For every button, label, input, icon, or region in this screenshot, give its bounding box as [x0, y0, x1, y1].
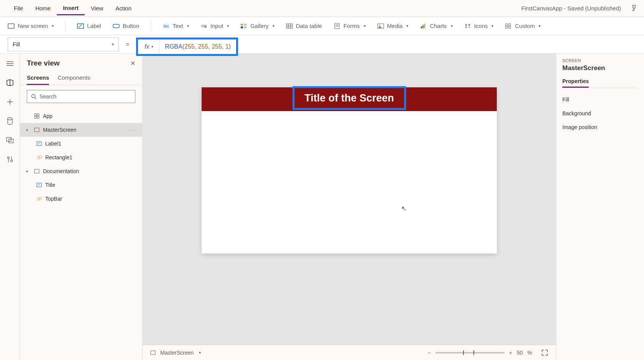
- fit-to-window-icon[interactable]: [541, 349, 548, 356]
- svg-point-43: [10, 160, 12, 162]
- chevron-down-icon[interactable]: ▾: [26, 169, 31, 173]
- menu-insert[interactable]: Insert: [57, 2, 85, 15]
- tree-view-icon[interactable]: [5, 78, 15, 87]
- icons-icon: [464, 23, 471, 29]
- tree-label: Rectangle1: [45, 154, 72, 160]
- svg-text:Abc: Abc: [164, 25, 169, 28]
- zoom-in-button[interactable]: +: [509, 350, 512, 356]
- panel-kind: SCREEN: [562, 58, 638, 63]
- label-button[interactable]: Label: [77, 23, 101, 29]
- tree-node-app[interactable]: App: [20, 109, 142, 123]
- property-row-fill[interactable]: Fill: [562, 93, 638, 106]
- media-button[interactable]: Media ▾: [377, 23, 409, 29]
- chevron-down-icon[interactable]: ▾: [199, 350, 201, 355]
- property-row-image-position[interactable]: Image position: [562, 120, 638, 134]
- forms-icon: [334, 23, 340, 29]
- insert-plus-icon[interactable]: [5, 97, 15, 106]
- screen-preview[interactable]: Title of the Screen: [202, 87, 497, 254]
- search-icon: [31, 94, 36, 99]
- chevron-down-icon: ▾: [187, 24, 189, 28]
- svg-point-28: [468, 26, 470, 28]
- formula-extend[interactable]: [243, 38, 636, 51]
- svg-rect-8: [241, 24, 243, 26]
- svg-rect-11: [244, 26, 247, 28]
- tree-node-masterscreen[interactable]: ▾ MasterScreen ···: [20, 123, 142, 137]
- label-icon: [77, 23, 84, 29]
- property-row-background[interactable]: Background: [562, 106, 638, 120]
- chevron-down-icon[interactable]: ▾: [26, 128, 31, 132]
- close-icon[interactable]: ✕: [130, 60, 135, 67]
- property-selector[interactable]: Fill ▾: [8, 38, 119, 51]
- svg-point-26: [468, 24, 470, 26]
- tab-screens[interactable]: Screens: [27, 71, 49, 85]
- custom-button[interactable]: Custom ▾: [505, 23, 540, 29]
- tab-properties[interactable]: Properties: [562, 76, 589, 88]
- svg-rect-10: [241, 26, 243, 28]
- charts-button[interactable]: Charts ▾: [420, 23, 452, 29]
- fx-button[interactable]: fx▾: [138, 39, 159, 54]
- tree-node-rectangle1[interactable]: Rectangle1: [20, 151, 142, 164]
- svg-rect-55: [34, 169, 39, 173]
- menu-view[interactable]: View: [85, 2, 109, 15]
- svg-rect-32: [509, 26, 511, 28]
- tree-node-documentation[interactable]: ▾ Documentation: [20, 164, 142, 178]
- svg-point-27: [465, 26, 467, 28]
- tree-node-title[interactable]: Title: [20, 178, 142, 192]
- tree-node-label1[interactable]: Label1: [20, 137, 142, 151]
- hamburger-icon[interactable]: [5, 59, 15, 68]
- more-icon[interactable]: ···: [129, 127, 136, 133]
- menu-file[interactable]: File: [8, 2, 29, 15]
- svg-rect-2: [113, 24, 119, 28]
- app-title: FirstCanvasApp - Saved (Unpublished): [521, 5, 621, 11]
- new-screen-button[interactable]: New screen ▾: [8, 23, 54, 29]
- svg-point-25: [465, 24, 467, 26]
- breadcrumb[interactable]: MasterScreen: [160, 350, 194, 356]
- tree-node-topbar[interactable]: TopBar: [20, 192, 142, 206]
- data-table-btn-text: Data table: [296, 23, 322, 29]
- svg-rect-48: [37, 114, 39, 116]
- chevron-down-icon: ▾: [491, 24, 493, 28]
- text-btn-text: Text: [172, 23, 183, 29]
- forms-button[interactable]: Forms ▾: [334, 23, 366, 29]
- menu-home[interactable]: Home: [29, 2, 57, 15]
- media-rail-icon[interactable]: [5, 136, 15, 145]
- svg-rect-23: [422, 25, 424, 28]
- svg-rect-47: [34, 114, 36, 116]
- button-icon: [113, 23, 120, 29]
- zoom-out-button[interactable]: −: [428, 350, 431, 356]
- shape-node-icon: [36, 154, 42, 160]
- gallery-button[interactable]: Gallery ▾: [240, 23, 274, 29]
- canvas-footer: MasterScreen ▾ − + 50 %: [143, 345, 556, 360]
- tree-search-input[interactable]: Search: [27, 90, 135, 103]
- app-checker-icon[interactable]: [630, 4, 638, 12]
- tools-icon[interactable]: [5, 155, 15, 164]
- input-button[interactable]: Input ▾: [200, 23, 229, 29]
- button-button[interactable]: Button: [113, 23, 139, 29]
- charts-btn-text: Charts: [430, 23, 447, 29]
- data-icon[interactable]: [5, 116, 15, 126]
- screen-icon: [8, 23, 15, 29]
- svg-line-46: [35, 98, 36, 99]
- svg-point-21: [379, 25, 380, 26]
- svg-rect-9: [244, 24, 247, 26]
- canvas-stage[interactable]: Title of the Screen: [143, 54, 556, 345]
- text-icon: Abc: [163, 23, 169, 29]
- ribbon-toolbar: New screen ▾ Label Button Abc Text ▾ Inp…: [0, 17, 644, 35]
- screen-node-icon: [34, 168, 40, 174]
- svg-rect-52: [37, 142, 41, 146]
- media-btn-text: Media: [387, 23, 403, 29]
- icons-button[interactable]: Icons ▾: [464, 23, 494, 29]
- tree-label: Label1: [45, 141, 61, 147]
- zoom-slider[interactable]: [435, 352, 504, 353]
- divider: [65, 20, 66, 32]
- text-button[interactable]: Abc Text ▾: [163, 23, 189, 29]
- chevron-down-icon: ▾: [151, 44, 153, 49]
- title-label-highlight[interactable]: Title of the Screen: [292, 86, 406, 110]
- tab-components[interactable]: Components: [58, 71, 90, 85]
- menu-action[interactable]: Action: [109, 2, 138, 15]
- input-icon: [200, 23, 207, 29]
- data-table-button[interactable]: Data table: [286, 23, 322, 29]
- svg-point-38: [8, 118, 12, 120]
- icons-btn-text: Icons: [474, 23, 488, 29]
- formula-input[interactable]: RGBA(255, 255, 255, 1): [159, 43, 236, 50]
